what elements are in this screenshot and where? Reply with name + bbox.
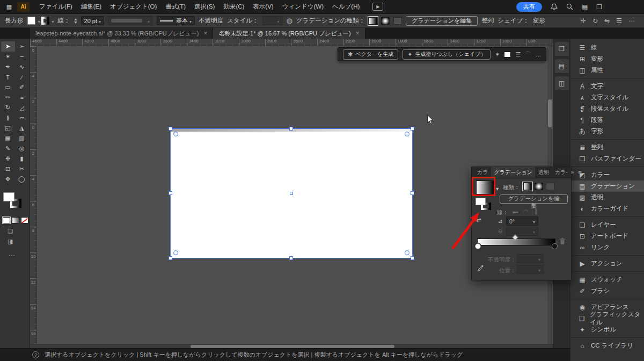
linear-gradient-button[interactable] [369, 17, 377, 25]
gradient-stop-black[interactable] [552, 243, 558, 249]
gradient-fill-button[interactable] [12, 217, 19, 223]
menu-item[interactable]: 効果(C) [219, 3, 248, 11]
gradient-annotator-icon[interactable]: ◍ [287, 17, 292, 24]
panel-tab-character-styles[interactable]: ᴀ 文字スタイル [570, 92, 644, 103]
eyedropper-icon[interactable] [477, 265, 484, 272]
zoom-tool[interactable]: ◯ [15, 174, 29, 184]
radial-gradient-button[interactable] [535, 183, 543, 190]
menu-item[interactable]: 選択(S) [190, 3, 219, 11]
type-tool[interactable]: T [1, 72, 15, 82]
panel-tab[interactable]: グラデーション [491, 167, 535, 178]
stroke-color-swatch[interactable] [41, 17, 49, 25]
lasso-tool[interactable]: ∽ [15, 52, 29, 62]
document-setup-icon[interactable]: ✛ [581, 18, 586, 24]
scrollbar-thumb[interactable] [548, 99, 552, 127]
collapsed-panel-icon-c[interactable]: ◫ [555, 76, 569, 90]
fill-stroke-proxy[interactable] [3, 192, 26, 212]
share-button[interactable]: 共有 [516, 2, 542, 12]
notifications-bell-icon[interactable] [551, 3, 558, 11]
panel-tab-layers[interactable]: ❏ レイヤー [570, 219, 644, 230]
workspace-switcher-icon[interactable]: ❐ [596, 4, 602, 10]
document-tab[interactable]: 名称未設定-1* @ 16.67 % (RGB/CPU プレビュー) × [213, 28, 365, 39]
color-fill-button[interactable] [3, 217, 10, 223]
slice-tool[interactable]: ✂ [15, 164, 29, 174]
panel-tab-transparency[interactable]: ▨ 透明 [570, 192, 644, 203]
selection-handle[interactable] [411, 127, 414, 131]
panel-tab-character[interactable]: A 文字 [570, 81, 644, 92]
collapse-panel-icon[interactable]: » [571, 170, 574, 175]
fill-color-swatch[interactable] [27, 17, 35, 25]
line-segment-tool[interactable]: ∕ [15, 72, 29, 82]
vertical-ruler[interactable]: 6420246810121416 [30, 46, 37, 344]
panel-tab-cc-libraries[interactable]: ⌂ CC ライブラリ [570, 340, 644, 351]
gradient-fill-stroke-proxy[interactable] [475, 198, 497, 215]
panel-tab-stroke[interactable]: ☰ 線 [570, 42, 644, 53]
center-point[interactable] [290, 192, 293, 195]
panel-tab-graphic-styles[interactable]: ❑ グラフィックスタイル [570, 313, 644, 324]
rectangle-tool[interactable]: ▭ [1, 82, 15, 92]
magic-wand-tool[interactable]: ✶ [1, 52, 15, 62]
paintbrush-tool[interactable]: ✐ [15, 82, 29, 92]
artboard-tool[interactable]: ⊡ [1, 164, 15, 174]
eyedropper-tool[interactable]: ✎ [1, 143, 15, 154]
chevron-down-icon[interactable] [36, 18, 40, 24]
scale-tool[interactable]: ◿ [15, 103, 29, 113]
panel-tab-gradient[interactable]: ▤ グラデーション [570, 180, 644, 192]
fill-color-swatch[interactable] [504, 52, 511, 57]
panel-tab[interactable]: カラ [474, 167, 491, 178]
panel-tab[interactable]: カラ- [552, 167, 570, 178]
hand-tool[interactable]: ✥ [1, 174, 15, 184]
wand-icon[interactable]: ✶ [495, 52, 500, 57]
fill-proxy[interactable] [475, 198, 486, 205]
gradient-angle-select[interactable]: 0° [506, 216, 538, 226]
menu-item[interactable]: ヘルプ(H) [328, 3, 364, 11]
panel-tab-paragraph[interactable]: ¶ 段落 [570, 114, 644, 126]
symbol-sprayer-tool[interactable]: ❉ [1, 154, 15, 164]
menu-item[interactable]: オブジェクト(O) [106, 3, 161, 11]
brush-definition-select[interactable]: 基本 [157, 16, 195, 25]
selection-handle[interactable] [289, 127, 293, 131]
selection-handle[interactable] [169, 256, 172, 260]
panel-tab-transform[interactable]: ⊞ 変形 [570, 53, 644, 64]
opacity-link[interactable]: 不透明度 [199, 17, 223, 25]
flip-icon[interactable]: ⇋ [604, 18, 610, 24]
corner-widget[interactable] [405, 132, 409, 136]
rotate-tool[interactable]: ↻ [1, 103, 15, 113]
close-tab-icon[interactable]: × [356, 30, 360, 37]
edit-gradient-button[interactable]: グラデーションを編集 [406, 16, 478, 26]
fill-swatch[interactable] [3, 192, 14, 201]
perspective-grid-tool[interactable]: ◮ [15, 123, 29, 133]
apps-grid-icon[interactable]: ▦ [582, 4, 588, 10]
panel-tab-actions[interactable]: ▶ アクション [570, 258, 644, 269]
selection-tool[interactable]: ➤ [1, 41, 15, 52]
gradient-tool[interactable]: ▥ [15, 133, 29, 143]
pencil-tool[interactable]: ✏ [1, 92, 15, 103]
panel-tab-color-guide[interactable]: ◐ カラーガイド [570, 203, 644, 214]
chevron-down-icon[interactable]: ▾ [496, 185, 499, 192]
more-options-icon[interactable]: ⋯ [628, 18, 635, 24]
panel-options-icon[interactable]: ☰ [616, 18, 622, 24]
selection-handle[interactable] [411, 191, 414, 195]
panel-tab-paragraph-styles[interactable]: ❡ 段落スタイル [570, 103, 644, 114]
stroke-menu-icon[interactable]: ☰ [515, 52, 521, 57]
edit-gradient-button[interactable]: グラデーションを編集 [500, 194, 568, 204]
panel-tab-align[interactable]: ≣ 整列 [570, 142, 644, 153]
stroke-weight-select[interactable]: 20 pt [81, 16, 104, 25]
menu-item[interactable]: ウィンドウ(W) [278, 3, 328, 11]
blend-tool[interactable]: ◎ [15, 143, 29, 154]
menu-item[interactable]: 編集(E) [77, 3, 106, 11]
panel-menu-icon[interactable]: ≡ [578, 170, 581, 176]
rotate-view-icon[interactable]: ↻ [592, 18, 598, 24]
corner-widget[interactable] [405, 250, 409, 255]
discover-icon[interactable]: ▶ [372, 3, 383, 11]
collapsed-panel-icon-b[interactable]: ▤ [555, 59, 569, 73]
panel-tab-attributes[interactable]: ◫ 属性 [570, 64, 644, 76]
panel-tab-swatches[interactable]: ▦ スウォッチ [570, 274, 644, 285]
mesh-tool[interactable]: ▦ [1, 133, 15, 143]
gradient-slider[interactable] [477, 239, 555, 246]
screen-mode-icon[interactable]: ◨ [8, 238, 13, 245]
radial-gradient-button[interactable] [381, 17, 390, 25]
selection-handle[interactable] [169, 191, 172, 195]
generate-vector-button[interactable]: ✱ ベクターを生成 [343, 49, 398, 60]
toolbar-more-icon[interactable]: … [9, 250, 15, 257]
